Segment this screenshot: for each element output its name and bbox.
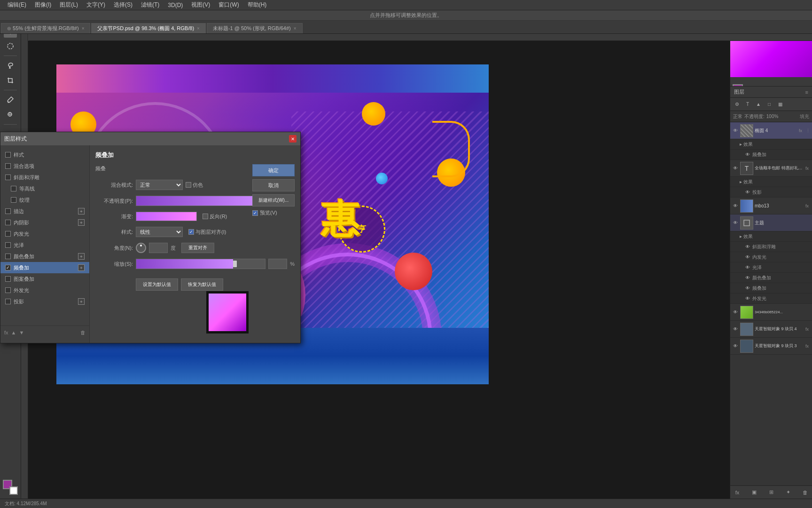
style-item-bevel[interactable]: 斜面和浮雕	[0, 172, 89, 183]
layers-btn-fx[interactable]: fx	[733, 488, 742, 497]
foreground-color[interactable]	[733, 84, 743, 87]
style-add-inner-shadow[interactable]: +	[78, 219, 85, 226]
scale-slider-track[interactable]	[136, 259, 265, 269]
layer-item-main-theme[interactable]: 👁 主题	[730, 214, 812, 231]
style-item-drop-shadow[interactable]: 投影 +	[0, 296, 89, 307]
style-add-drop-shadow[interactable]: +	[78, 298, 85, 305]
layer-item-ellipse4[interactable]: 👁 椭圆 4 fx ⋮	[730, 122, 812, 139]
layer-item-mbo13[interactable]: 👁 mbo13 fx	[730, 198, 812, 214]
layer-item-smart4[interactable]: 👁 天星智能对象 9 块贝 4 fx	[730, 321, 812, 338]
layer-eye-freq-1[interactable]: 👁	[744, 151, 751, 158]
layers-btn-mask[interactable]: ▣	[750, 488, 758, 497]
tab-2[interactable]: 未标题-1 @ 50% (形状, RGB/64#) ×	[207, 23, 303, 33]
layer-eye-smart4[interactable]: 👁	[732, 326, 739, 333]
layer-eye-mbo13[interactable]: 👁	[732, 203, 739, 209]
style-item-stroke[interactable]: 描边 +	[0, 206, 89, 217]
tab-0[interactable]: ⊙ 55% (生鲜背景海报.RGB/8#) ×	[1, 23, 90, 33]
style-item-inner-shadow[interactable]: 内阴影 +	[0, 217, 89, 228]
dialog-close-button[interactable]: ✕	[289, 135, 297, 143]
align-checkbox[interactable]: ✓	[188, 229, 194, 235]
menu-item-filter[interactable]: 滤镜(T)	[137, 0, 163, 10]
style-item-satin[interactable]: 光泽	[0, 239, 89, 251]
layer-eye-inner-glow[interactable]: 👁	[744, 254, 751, 261]
restore-default-button[interactable]: 恢复为默认值	[181, 278, 223, 291]
style-item-inner-glow[interactable]: 内发光	[0, 228, 89, 239]
layers-list[interactable]: 👁 椭圆 4 fx ⋮ ▸ 效果 👁 频叠加 👁 T 全场顺丰包邮 特惠好礼送不…	[730, 122, 812, 485]
style-item-contour[interactable]: 等高线	[0, 183, 89, 194]
tool-crop[interactable]	[4, 74, 17, 87]
preview-checkbox[interactable]: ✓	[252, 210, 258, 216]
style-item-color-overlay[interactable]: 颜色叠加 +	[0, 251, 89, 262]
reset-align-button[interactable]: 重置对齐	[181, 243, 214, 253]
layer-eye-outer-glow[interactable]: 👁	[744, 295, 751, 302]
style-add-color-overlay[interactable]: +	[78, 253, 85, 260]
style-item-blend[interactable]: 混合选项	[0, 160, 89, 172]
layers-btn-new[interactable]: ✦	[784, 488, 792, 497]
scale-slider-handle[interactable]	[233, 261, 237, 267]
layer-eye-bevel[interactable]: 👁	[744, 244, 751, 250]
reverse-checkbox[interactable]	[203, 214, 208, 219]
layer-item-img-hash[interactable]: 👁 34346b065224...	[730, 304, 812, 321]
layer-eye-satin[interactable]: 👁	[744, 264, 751, 271]
tab-1[interactable]: 父亲节PSD.psd @ 98.3% (椭圆 4, RGB/8) ×	[91, 23, 205, 33]
style-add-stroke[interactable]: +	[78, 208, 85, 214]
layer-eye-grad-overlay[interactable]: 👁	[744, 285, 751, 292]
dialog-delete-btn[interactable]: 🗑	[80, 330, 86, 335]
angle-control[interactable]	[136, 243, 146, 253]
layer-eye-text[interactable]: 👁	[732, 165, 739, 172]
layers-group-icon[interactable]: ▦	[775, 100, 785, 109]
layers-smart-icon[interactable]: □	[765, 100, 774, 109]
tab-close-1[interactable]: ×	[197, 26, 200, 31]
layers-filter-icon[interactable]: ⚙	[732, 100, 742, 109]
menu-item-help[interactable]: 帮助(H)	[244, 0, 271, 10]
layers-btn-group[interactable]: ⊞	[767, 488, 775, 497]
dialog-titlebar[interactable]: 图层样式 ✕	[0, 132, 300, 145]
layer-item-smart3[interactable]: 👁 天星智能对象 9 块贝 3 fx	[730, 338, 812, 355]
gradient-preview[interactable]	[136, 212, 197, 221]
menu-item-3d[interactable]: 3D(D)	[164, 1, 187, 9]
layer-eye-color-overlay[interactable]: 👁	[744, 275, 751, 281]
set-default-button[interactable]: 设置为默认值	[136, 278, 178, 291]
style-item-texture[interactable]: 纹理	[0, 194, 89, 206]
tool-lasso[interactable]	[4, 59, 17, 72]
tool-marquee[interactable]	[4, 40, 17, 53]
layers-adjustment-icon[interactable]: ▲	[754, 100, 763, 109]
menu-item-text[interactable]: 文字(Y)	[83, 0, 109, 10]
tab-close-0[interactable]: ×	[82, 26, 85, 31]
ok-button[interactable]: 确定	[252, 164, 295, 176]
menu-item-view[interactable]: 视图(V)	[187, 0, 214, 10]
style-select[interactable]: 线性	[136, 227, 183, 237]
angle-input[interactable]: 90	[149, 243, 168, 253]
color-checkbox[interactable]	[186, 182, 191, 188]
layers-type-icon[interactable]: T	[743, 100, 752, 109]
tool-clone[interactable]	[4, 108, 17, 121]
style-item-grad-overlay[interactable]: 频叠加 +	[0, 262, 89, 273]
layer-eye-main-theme[interactable]: 👁	[732, 220, 739, 226]
menu-item-edit[interactable]: 编辑(E)	[4, 0, 30, 10]
layer-item-text[interactable]: 👁 T 全场顺丰包邮 特惠好礼送不停 fx	[730, 160, 812, 177]
tab-close-2[interactable]: ×	[294, 26, 297, 31]
layer-eye-smart3[interactable]: 👁	[732, 343, 739, 349]
scale-input[interactable]: 125	[268, 259, 287, 269]
layer-settings-ellipse4[interactable]: ⋮	[806, 128, 810, 133]
layers-btn-delete[interactable]: 🗑	[801, 488, 809, 497]
dialog-copy-btn[interactable]: ▲	[11, 330, 16, 335]
style-item-styles[interactable]: 样式	[0, 149, 89, 160]
menu-item-select[interactable]: 选择(S)	[110, 0, 136, 10]
dialog-paste-btn[interactable]: ▼	[19, 330, 24, 335]
layer-eye-img-hash[interactable]: 👁	[732, 309, 739, 316]
layer-eye-ellipse4[interactable]: 👁	[732, 127, 739, 134]
menu-item-layer[interactable]: 图层(L)	[56, 0, 82, 10]
dialog-fx-btn[interactable]: fx	[4, 330, 8, 335]
style-item-outer-glow[interactable]: 外发光	[0, 285, 89, 296]
style-item-pattern[interactable]: 图案叠加	[0, 273, 89, 285]
tool-brush[interactable]	[4, 93, 17, 106]
opacity-slider-track[interactable]	[136, 196, 265, 206]
blend-mode-select[interactable]: 正常	[136, 180, 183, 190]
layer-eye-shadow[interactable]: 👁	[744, 189, 751, 196]
menu-item-window[interactable]: 窗口(W)	[215, 0, 242, 10]
cancel-button[interactable]: 取消	[252, 179, 295, 191]
new-style-button[interactable]: 新建样式(W)...	[252, 194, 295, 206]
style-add-grad-overlay[interactable]: +	[78, 264, 85, 271]
menu-item-image[interactable]: 图像(I)	[31, 0, 55, 10]
